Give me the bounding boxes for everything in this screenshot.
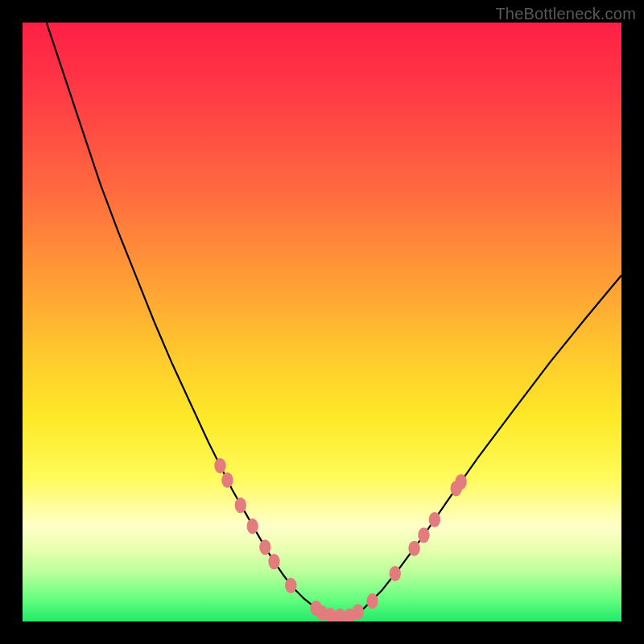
marker-dot [316,605,328,621]
marker-dot [235,497,246,513]
marker-dot [214,458,225,473]
marker-dot [334,609,345,621]
marker-dot [352,605,363,620]
marker-dot [418,527,429,543]
marker-dot [450,481,461,496]
bottleneck-curve [47,23,621,616]
watermark-text: TheBottleneck.com [495,5,636,23]
marker-dot [268,554,279,569]
marker-dot [285,578,296,593]
marker-dot [310,601,321,616]
marker-dot [344,609,355,621]
dots-svg [23,23,621,621]
chart-frame: TheBottleneck.com [0,0,644,644]
marker-dot [247,518,258,534]
marker-dot [324,608,336,621]
marker-dot [366,593,378,609]
curve-svg [23,23,621,621]
marker-dot [408,541,419,556]
marker-dot [259,539,270,555]
marker-dot [390,566,401,581]
marker-dot [455,474,466,489]
marker-dot [429,512,440,527]
marker-dot [221,473,233,488]
plot-area [23,23,621,621]
